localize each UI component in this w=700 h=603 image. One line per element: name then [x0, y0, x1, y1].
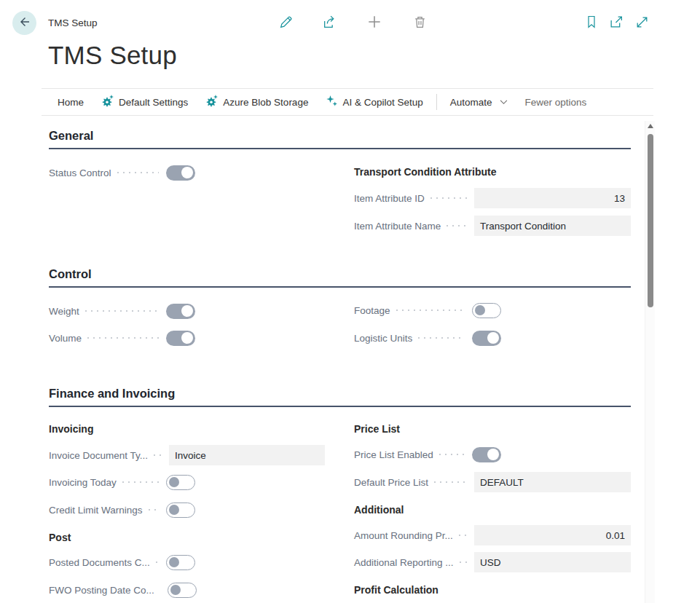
ribbon-automate-label: Automate	[450, 97, 492, 108]
scrollbar-thumb[interactable]	[648, 134, 653, 307]
field-label: Weight	[49, 306, 79, 317]
field-label: Logistic Units	[354, 333, 412, 344]
group-price-list: Price List	[354, 423, 400, 435]
back-button[interactable]	[12, 11, 36, 35]
expand-arrows-icon	[634, 15, 650, 33]
bookmark-icon	[584, 15, 599, 32]
field-posted-documents: Posted Documents C...	[49, 552, 195, 572]
field-label: FWO Posting Date Co...	[49, 585, 154, 596]
new-button[interactable]	[365, 14, 384, 33]
ribbon-ai-copilot-setup[interactable]: AI & Copilot Setup	[317, 89, 431, 115]
sparkles-icon	[326, 95, 338, 109]
additional-reporting-currency-value: USD	[480, 557, 501, 568]
item-attribute-id-input[interactable]: 13	[474, 188, 631, 208]
open-in-new-window-icon	[609, 15, 624, 33]
open-in-window-button[interactable]	[607, 14, 626, 33]
pencil-icon	[278, 15, 294, 33]
item-attribute-name-value: Transport Condition	[480, 221, 566, 232]
default-price-list-input[interactable]: DEFAULT	[474, 472, 631, 492]
breadcrumb-caption: TMS Setup	[48, 17, 98, 28]
field-weight: Weight	[49, 301, 195, 321]
toggle-knob	[487, 449, 499, 460]
group-invoicing: Invoicing	[49, 423, 93, 435]
invoice-document-type-input[interactable]: Invoice	[169, 445, 325, 465]
scrollbar-up-arrow-icon[interactable]	[648, 124, 653, 128]
bookmark-button[interactable]	[582, 14, 601, 33]
field-status-control: Status Control	[49, 162, 195, 183]
delete-button[interactable]	[410, 14, 429, 33]
vertical-scrollbar[interactable]	[645, 121, 655, 603]
field-label: Invoice Document Ty...	[49, 450, 148, 461]
field-fwo-posting-date: FWO Posting Date Co...	[49, 580, 195, 600]
share-icon	[322, 15, 337, 33]
dotted-leader	[418, 337, 465, 339]
ribbon-fewer-options[interactable]: Fewer options	[516, 89, 596, 115]
field-invoice-document-type: Invoice Document Ty... Invoice	[49, 445, 325, 465]
field-label: Price List Enabled	[354, 449, 433, 460]
dotted-leader	[122, 481, 159, 483]
toggle-knob	[169, 557, 179, 567]
field-default-price-list: Default Price List DEFAULT	[354, 472, 631, 492]
credit-limit-warnings-toggle[interactable]	[166, 502, 195, 518]
toggle-knob	[487, 332, 499, 344]
back-arrow-icon	[18, 15, 31, 31]
field-label: Status Control	[49, 168, 111, 178]
ribbon-default-settings-label: Default Settings	[119, 97, 188, 108]
gear-sparkle-icon	[205, 95, 219, 110]
toggle-knob	[169, 505, 179, 515]
share-button[interactable]	[320, 14, 339, 33]
dotted-leader	[396, 310, 465, 311]
field-item-attribute-id: Item Attribute ID 13	[354, 188, 631, 208]
ribbon-azure-blob-storage[interactable]: Azure Blob Storage	[197, 89, 317, 115]
amount-rounding-precision-input[interactable]: 0.01	[474, 525, 631, 545]
section-finance-title: Finance and Invoicing	[49, 387, 175, 400]
invoicing-today-toggle[interactable]	[166, 475, 195, 490]
dotted-leader	[459, 535, 467, 536]
expand-button[interactable]	[632, 14, 651, 33]
logistic-units-toggle[interactable]	[472, 331, 501, 346]
field-label: Item Attribute Name	[354, 221, 441, 232]
trash-icon	[412, 15, 428, 33]
dotted-leader	[447, 225, 467, 226]
section-finance-header[interactable]: Finance and Invoicing	[49, 387, 631, 407]
field-item-attribute-name: Item Attribute Name Transport Condition	[354, 216, 631, 236]
dotted-leader	[117, 172, 159, 173]
posted-documents-toggle[interactable]	[166, 555, 195, 570]
group-profit-calculation: Profit Calculation	[354, 584, 439, 596]
status-control-toggle[interactable]	[166, 165, 195, 181]
default-price-list-value: DEFAULT	[480, 477, 524, 488]
additional-reporting-currency-input[interactable]: USD	[474, 552, 631, 572]
edit-button[interactable]	[276, 14, 295, 33]
price-list-enabled-toggle[interactable]	[472, 447, 501, 462]
chevron-down-icon	[500, 100, 508, 105]
field-label: Additional Reporting ...	[354, 557, 454, 568]
item-attribute-id-value: 13	[614, 193, 625, 204]
ribbon-home[interactable]: Home	[42, 89, 93, 115]
fwo-posting-date-toggle[interactable]	[168, 583, 197, 598]
field-label: Volume	[49, 333, 82, 344]
field-label: Item Attribute ID	[354, 193, 425, 204]
dotted-leader	[430, 197, 467, 199]
field-logistic-units: Logistic Units	[354, 328, 501, 348]
field-amount-rounding-precision: Amount Rounding Pr... 0.01	[354, 525, 631, 545]
section-control-header[interactable]: Control	[49, 267, 631, 288]
weight-toggle[interactable]	[166, 304, 195, 319]
section-control-title: Control	[49, 267, 92, 280]
toggle-knob	[181, 167, 193, 178]
dotted-leader	[439, 454, 465, 455]
ribbon-default-settings[interactable]: Default Settings	[93, 89, 197, 115]
dotted-leader	[149, 509, 159, 511]
group-additional: Additional	[354, 504, 404, 516]
ribbon-home-label: Home	[58, 97, 84, 108]
field-label: Invoicing Today	[49, 477, 117, 488]
field-credit-limit-warnings: Credit Limit Warnings	[49, 500, 195, 520]
footage-toggle[interactable]	[472, 303, 501, 318]
field-label: Amount Rounding Pr...	[354, 530, 453, 541]
section-general-header[interactable]: General	[49, 129, 631, 149]
volume-toggle[interactable]	[166, 331, 195, 346]
gear-sparkle-icon	[101, 95, 114, 110]
item-attribute-name-input[interactable]: Transport Condition	[474, 216, 631, 236]
field-invoicing-today: Invoicing Today	[49, 472, 195, 492]
ribbon-ai-copilot-setup-label: AI & Copilot Setup	[342, 97, 422, 108]
ribbon-automate-menu[interactable]: Automate	[441, 89, 516, 115]
